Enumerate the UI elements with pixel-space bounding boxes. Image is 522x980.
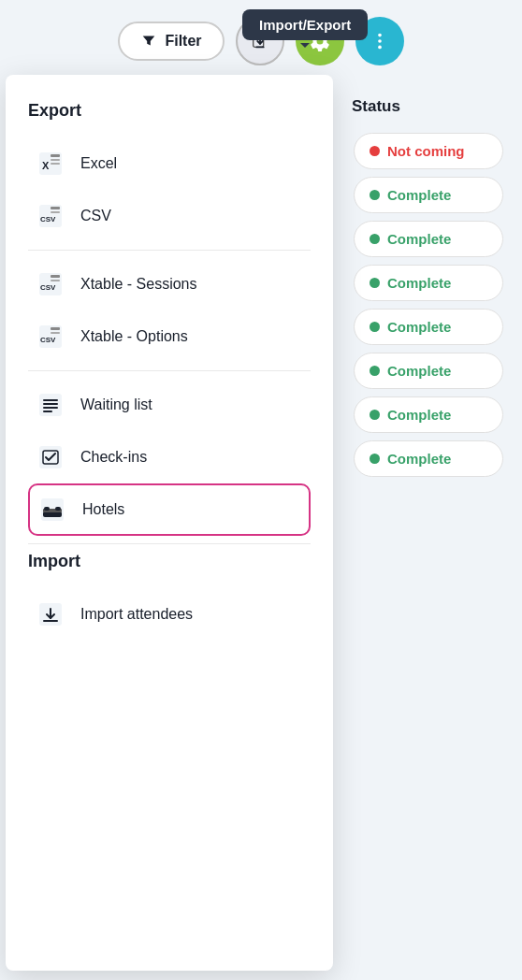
tooltip-bubble: Import/Export <box>242 9 368 40</box>
dot-green-icon-6 <box>370 410 380 420</box>
svg-rect-10 <box>51 163 60 165</box>
status-label-complete-7: Complete <box>387 451 451 467</box>
svg-rect-13 <box>51 207 60 209</box>
svg-rect-24 <box>43 399 58 401</box>
list-icon <box>36 390 65 420</box>
import-icon <box>36 599 65 629</box>
svg-rect-26 <box>43 407 58 409</box>
status-badge-complete-1: Complete <box>354 177 503 213</box>
dropdown-panel: Export X Excel CSV <box>6 75 333 971</box>
svg-point-4 <box>378 39 382 43</box>
svg-text:CSV: CSV <box>40 215 56 223</box>
menu-label-check-ins: Check-ins <box>80 449 147 466</box>
status-badge-complete-4: Complete <box>354 309 503 345</box>
svg-text:CSV: CSV <box>40 336 56 344</box>
status-label-complete-4: Complete <box>387 319 451 335</box>
menu-label-hotels: Hotels <box>82 501 124 518</box>
svg-rect-33 <box>44 507 50 511</box>
status-label-complete-6: Complete <box>387 407 451 423</box>
filter-label: Filter <box>165 33 201 50</box>
svg-rect-22 <box>51 332 60 334</box>
status-badge-complete-7: Complete <box>354 440 503 477</box>
divider-3 <box>28 543 311 544</box>
main-content: Export X Excel CSV <box>0 75 522 971</box>
menu-item-xtable-options[interactable]: CSV Xtable - Options <box>28 310 311 363</box>
svg-rect-25 <box>43 403 58 405</box>
svg-rect-18 <box>51 280 60 281</box>
checkin-icon <box>36 442 65 472</box>
dot-green-icon-1 <box>370 190 380 200</box>
status-label-complete-1: Complete <box>387 187 451 203</box>
status-column: Status Not coming Complete Complete Comp… <box>333 75 522 971</box>
status-badge-complete-3: Complete <box>354 265 503 301</box>
menu-item-check-ins[interactable]: Check-ins <box>28 431 311 483</box>
status-header: Status <box>344 75 511 133</box>
status-badge-complete-6: Complete <box>354 396 503 433</box>
top-bar: Import/Export Filter <box>0 0 522 75</box>
menu-label-xtable-sessions: Xtable - Sessions <box>80 276 197 293</box>
menu-label-waiting-list: Waiting list <box>80 396 152 413</box>
csv-icon-3: CSV <box>36 322 65 352</box>
dot-green-icon-7 <box>370 454 380 464</box>
dot-green-icon-3 <box>370 278 380 288</box>
status-badge-not-coming: Not coming <box>354 133 503 169</box>
dot-green-icon-5 <box>370 366 380 376</box>
svg-rect-27 <box>43 411 52 412</box>
filter-button[interactable]: Filter <box>118 22 224 61</box>
export-section-title: Export <box>28 101 311 121</box>
csv-icon-2: CSV <box>36 269 65 299</box>
menu-item-import-attendees[interactable]: Import attendees <box>28 588 311 641</box>
menu-label-import-attendees: Import attendees <box>80 606 193 623</box>
svg-rect-8 <box>51 154 60 157</box>
status-label-complete-2: Complete <box>387 231 451 247</box>
menu-item-waiting-list[interactable]: Waiting list <box>28 379 311 431</box>
csv-icon-1: CSV <box>36 201 65 231</box>
dot-red-icon <box>370 146 380 156</box>
menu-item-csv[interactable]: CSV CSV <box>28 190 311 242</box>
menu-item-hotels[interactable]: Hotels <box>28 483 311 536</box>
menu-item-xtable-sessions[interactable]: CSV Xtable - Sessions <box>28 258 311 310</box>
svg-text:CSV: CSV <box>40 283 56 292</box>
menu-label-excel: Excel <box>80 155 117 172</box>
dot-green-icon-2 <box>370 234 380 244</box>
svg-rect-17 <box>51 275 60 278</box>
menu-label-xtable-options: Xtable - Options <box>80 328 188 345</box>
excel-icon: X <box>36 149 65 179</box>
hotel-icon <box>37 495 67 525</box>
svg-rect-21 <box>51 327 60 330</box>
divider-2 <box>28 370 311 371</box>
status-badge-complete-5: Complete <box>354 353 503 389</box>
status-label-not-coming: Not coming <box>387 143 465 159</box>
divider-1 <box>28 250 311 251</box>
svg-point-3 <box>378 34 382 37</box>
dot-green-icon-4 <box>370 322 380 332</box>
import-section-title: Import <box>28 552 311 571</box>
svg-text:X: X <box>42 160 50 171</box>
more-icon <box>370 31 390 51</box>
svg-point-5 <box>378 46 382 50</box>
status-label-complete-3: Complete <box>387 275 451 291</box>
menu-item-excel[interactable]: X Excel <box>28 137 311 190</box>
status-badge-complete-2: Complete <box>354 221 503 257</box>
svg-rect-9 <box>51 159 60 161</box>
menu-label-csv: CSV <box>80 208 111 224</box>
svg-rect-14 <box>51 211 60 213</box>
svg-rect-34 <box>55 507 61 511</box>
status-label-complete-5: Complete <box>387 363 451 379</box>
filter-icon <box>140 33 157 50</box>
